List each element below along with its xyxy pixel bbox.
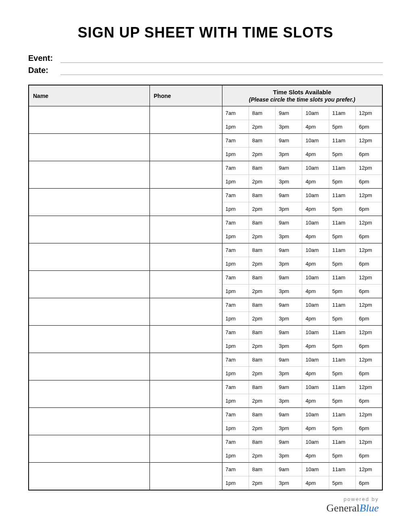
name-cell[interactable] [29, 298, 149, 326]
time-slot[interactable]: 1pm [222, 367, 249, 380]
time-slot[interactable]: 4pm [302, 312, 328, 325]
time-slot[interactable]: 5pm [329, 148, 355, 161]
name-cell[interactable] [29, 161, 149, 189]
time-slot[interactable]: 7am [222, 106, 249, 120]
name-cell[interactable] [29, 216, 149, 243]
name-cell[interactable] [29, 106, 149, 134]
time-slot[interactable]: 12pm [355, 161, 382, 175]
phone-cell[interactable] [149, 271, 222, 298]
time-slot[interactable]: 5pm [329, 476, 355, 490]
time-slot[interactable]: 11am [329, 463, 355, 476]
time-slot[interactable]: 7am [222, 161, 249, 175]
phone-cell[interactable] [149, 189, 222, 216]
time-slot[interactable]: 4pm [302, 422, 328, 435]
time-slot[interactable]: 8am [249, 189, 275, 202]
time-slot[interactable]: 8am [249, 353, 275, 366]
time-slot[interactable]: 10am [302, 435, 328, 449]
time-slot[interactable]: 2pm [249, 175, 275, 188]
name-cell[interactable] [29, 243, 149, 271]
time-slot[interactable]: 11am [329, 326, 355, 339]
phone-cell[interactable] [149, 380, 222, 408]
time-slot[interactable]: 3pm [275, 312, 302, 325]
time-slot[interactable]: 1pm [222, 175, 249, 188]
time-slot[interactable]: 1pm [222, 202, 249, 216]
time-slot[interactable]: 7am [222, 298, 249, 312]
time-slot[interactable]: 1pm [222, 422, 249, 435]
name-cell[interactable] [29, 134, 149, 161]
time-slot[interactable]: 12pm [355, 216, 382, 229]
time-slot[interactable]: 4pm [302, 449, 328, 462]
time-slot[interactable]: 10am [302, 216, 328, 229]
time-slot[interactable]: 9am [275, 216, 302, 229]
time-slot[interactable]: 9am [275, 435, 302, 449]
name-cell[interactable] [29, 435, 149, 463]
time-slot[interactable]: 1pm [222, 394, 249, 407]
time-slot[interactable]: 5pm [329, 120, 355, 133]
time-slot[interactable]: 9am [275, 298, 302, 312]
time-slot[interactable]: 6pm [355, 422, 382, 435]
time-slot[interactable]: 12pm [355, 243, 382, 257]
time-slot[interactable]: 8am [249, 435, 275, 449]
time-slot[interactable]: 2pm [249, 339, 275, 353]
time-slot[interactable]: 5pm [329, 394, 355, 407]
time-slot[interactable]: 9am [275, 271, 302, 284]
time-slot[interactable]: 6pm [355, 285, 382, 298]
time-slot[interactable]: 12pm [355, 408, 382, 421]
time-slot[interactable]: 4pm [302, 120, 328, 133]
time-slot[interactable]: 2pm [249, 422, 275, 435]
time-slot[interactable]: 8am [249, 161, 275, 175]
event-input-line[interactable] [60, 53, 383, 63]
time-slot[interactable]: 9am [275, 134, 302, 147]
time-slot[interactable]: 9am [275, 326, 302, 339]
time-slot[interactable]: 7am [222, 380, 249, 394]
time-slot[interactable]: 1pm [222, 230, 249, 243]
time-slot[interactable]: 2pm [249, 148, 275, 161]
time-slot[interactable]: 5pm [329, 202, 355, 216]
phone-cell[interactable] [149, 161, 222, 189]
time-slot[interactable]: 10am [302, 243, 328, 257]
time-slot[interactable]: 3pm [275, 202, 302, 216]
time-slot[interactable]: 2pm [249, 230, 275, 243]
time-slot[interactable]: 7am [222, 408, 249, 421]
name-cell[interactable] [29, 271, 149, 298]
time-slot[interactable]: 4pm [302, 476, 328, 490]
time-slot[interactable]: 6pm [355, 120, 382, 133]
time-slot[interactable]: 9am [275, 408, 302, 421]
time-slot[interactable]: 12pm [355, 189, 382, 202]
time-slot[interactable]: 10am [302, 380, 328, 394]
time-slot[interactable]: 3pm [275, 449, 302, 462]
time-slot[interactable]: 2pm [249, 394, 275, 407]
time-slot[interactable]: 6pm [355, 476, 382, 490]
time-slot[interactable]: 11am [329, 106, 355, 120]
time-slot[interactable]: 7am [222, 189, 249, 202]
time-slot[interactable]: 6pm [355, 202, 382, 216]
time-slot[interactable]: 12pm [355, 380, 382, 394]
time-slot[interactable]: 2pm [249, 449, 275, 462]
time-slot[interactable]: 2pm [249, 257, 275, 270]
time-slot[interactable]: 9am [275, 353, 302, 366]
time-slot[interactable]: 5pm [329, 257, 355, 270]
time-slot[interactable]: 3pm [275, 339, 302, 353]
time-slot[interactable]: 11am [329, 216, 355, 229]
time-slot[interactable]: 7am [222, 134, 249, 147]
time-slot[interactable]: 1pm [222, 285, 249, 298]
time-slot[interactable]: 10am [302, 161, 328, 175]
time-slot[interactable]: 8am [249, 271, 275, 284]
time-slot[interactable]: 5pm [329, 422, 355, 435]
time-slot[interactable]: 5pm [329, 230, 355, 243]
time-slot[interactable]: 9am [275, 189, 302, 202]
time-slot[interactable]: 9am [275, 161, 302, 175]
time-slot[interactable]: 12pm [355, 353, 382, 366]
time-slot[interactable]: 2pm [249, 120, 275, 133]
time-slot[interactable]: 5pm [329, 175, 355, 188]
time-slot[interactable]: 5pm [329, 449, 355, 462]
time-slot[interactable]: 7am [222, 271, 249, 284]
time-slot[interactable]: 12pm [355, 271, 382, 284]
date-input-line[interactable] [60, 65, 383, 75]
time-slot[interactable]: 2pm [249, 367, 275, 380]
name-cell[interactable] [29, 353, 149, 380]
time-slot[interactable]: 11am [329, 408, 355, 421]
time-slot[interactable]: 8am [249, 216, 275, 229]
phone-cell[interactable] [149, 326, 222, 353]
time-slot[interactable]: 10am [302, 463, 328, 476]
